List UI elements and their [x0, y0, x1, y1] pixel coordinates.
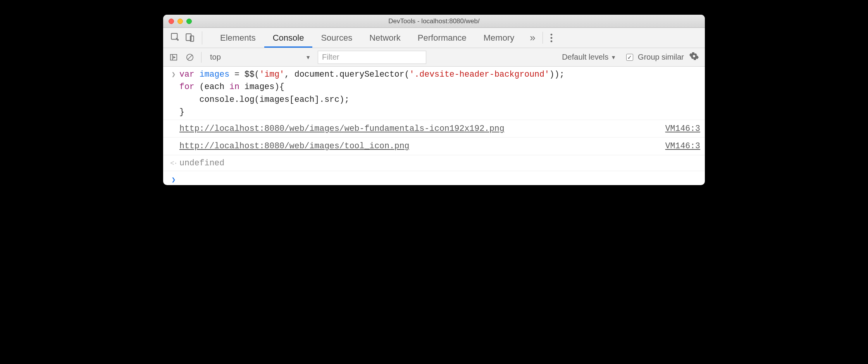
console-entered-code: var images = $$('img', document.querySel… — [179, 68, 700, 118]
console-log-row: http://localhost:8080/web/images/tool_ic… — [163, 137, 705, 155]
dropdown-icon: ▼ — [305, 54, 311, 60]
divider — [201, 52, 202, 63]
log-message-link[interactable]: http://localhost:8080/web/images/web-fun… — [179, 122, 505, 135]
tab-network[interactable]: Network — [361, 28, 409, 48]
console-log-row: http://localhost:8080/web/images/web-fun… — [163, 120, 705, 137]
console-prompt-row[interactable] — [163, 171, 705, 185]
console-return-row: undefined — [163, 155, 705, 171]
tab-memory[interactable]: Memory — [475, 28, 523, 48]
return-value: undefined — [179, 157, 700, 169]
active-prompt-icon — [168, 173, 179, 183]
log-source-link[interactable]: VM146:3 — [665, 140, 700, 152]
devtools-window: DevTools - localhost:8080/web/ Elements … — [163, 15, 705, 185]
inspect-element-icon[interactable] — [170, 32, 180, 44]
console-input-row[interactable]: var images = $$('img', document.querySel… — [163, 67, 705, 120]
svg-point-5 — [550, 40, 552, 42]
log-message-link[interactable]: http://localhost:8080/web/images/tool_ic… — [179, 140, 410, 152]
tab-sources[interactable]: Sources — [312, 28, 361, 48]
tab-elements[interactable]: Elements — [212, 28, 264, 48]
tabs-overflow-icon[interactable]: » — [523, 32, 542, 44]
traffic-lights — [163, 19, 192, 24]
levels-label: Default levels — [562, 53, 608, 62]
output-prompt-icon — [168, 157, 179, 169]
devtools-tabstrip: Elements Console Sources Network Perform… — [163, 28, 705, 48]
window-title: DevTools - localhost:8080/web/ — [163, 17, 705, 25]
group-similar-label: Group similar — [638, 53, 684, 62]
dropdown-icon: ▼ — [611, 54, 616, 60]
toggle-sidebar-icon[interactable] — [167, 53, 180, 62]
clear-console-icon[interactable] — [183, 53, 196, 62]
execution-context-select[interactable]: top ▼ — [206, 51, 315, 64]
device-toolbar-icon[interactable] — [185, 32, 195, 44]
divider — [202, 31, 202, 45]
svg-point-4 — [550, 37, 552, 39]
filter-placeholder: Filter — [322, 53, 339, 62]
context-label: top — [210, 53, 221, 62]
log-levels-select[interactable]: Default levels ▼ — [560, 53, 618, 62]
svg-line-8 — [188, 55, 192, 59]
tab-performance[interactable]: Performance — [409, 28, 475, 48]
input-prompt-icon — [168, 68, 179, 118]
close-icon[interactable] — [169, 19, 174, 24]
maximize-icon[interactable] — [186, 19, 192, 24]
console-body: var images = $$('img', document.querySel… — [163, 67, 705, 185]
filter-input[interactable]: Filter — [318, 51, 426, 64]
more-options-icon[interactable] — [542, 32, 560, 44]
svg-point-3 — [550, 33, 552, 35]
minimize-icon[interactable] — [177, 19, 183, 24]
tab-console[interactable]: Console — [264, 28, 313, 48]
console-settings-icon[interactable] — [687, 52, 701, 63]
group-similar-checkbox[interactable]: ✓ — [626, 54, 633, 61]
console-toolbar: top ▼ Filter Default levels ▼ ✓ Group si… — [163, 48, 705, 67]
log-source-link[interactable]: VM146:3 — [665, 122, 700, 135]
titlebar[interactable]: DevTools - localhost:8080/web/ — [163, 15, 705, 28]
